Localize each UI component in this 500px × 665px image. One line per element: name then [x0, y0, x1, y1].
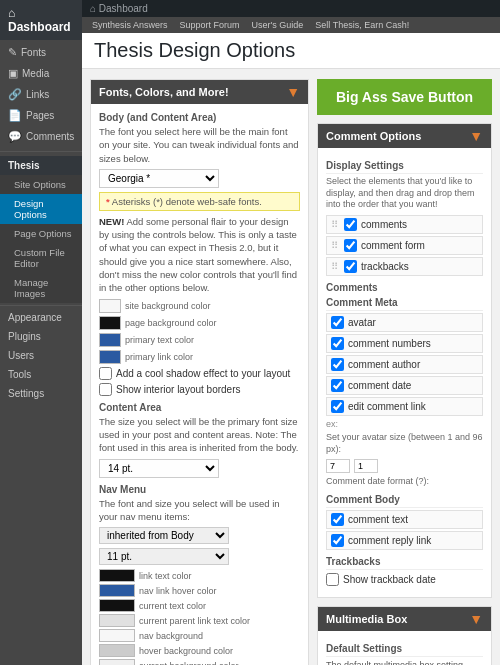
edit-comment-link-checkbox[interactable]: [331, 400, 344, 413]
links-icon: 🔗: [8, 88, 22, 101]
nav-color-bg: nav background: [99, 629, 300, 642]
nav-hover-swatch[interactable]: [99, 584, 135, 597]
nav-color-current-bg: current background color: [99, 659, 300, 665]
sidebar-item-site-options[interactable]: Site Options: [0, 175, 82, 194]
comment-date-format-label: Comment date format (?):: [326, 476, 483, 488]
comment-reply-link-label: comment reply link: [348, 535, 431, 546]
comment-body-label: Comment Body: [326, 494, 483, 508]
avatar-size-unit-input[interactable]: [354, 459, 378, 473]
link-color-swatch[interactable]: [99, 333, 121, 347]
comment-form-display-row: ⠿ comment form: [326, 236, 483, 255]
topbar-home[interactable]: ⌂ Dashboard: [90, 3, 148, 14]
comment-options-toggle[interactable]: ▼: [469, 128, 483, 144]
shadow-checkbox[interactable]: [99, 367, 112, 380]
sidebar-item-design-options[interactable]: Design Options: [0, 194, 82, 224]
support-forum-link[interactable]: Support Forum: [180, 20, 240, 30]
nav-color-current: current text color: [99, 599, 300, 612]
nav-size-select[interactable]: 11 pt.: [99, 548, 229, 565]
comments-display-label: comments: [361, 219, 407, 230]
sidebar-item-media[interactable]: ▣Media: [0, 63, 82, 84]
display-settings-desc: Select the elements that you'd like to d…: [326, 176, 483, 211]
comments-display-checkbox[interactable]: [344, 218, 357, 231]
comment-options-section: Comment Options ▼ Display Settings Selec…: [317, 123, 492, 598]
comment-text-checkbox[interactable]: [331, 513, 344, 526]
text-color-swatch[interactable]: [99, 316, 121, 330]
comment-options-title: Comment Options: [326, 130, 421, 142]
page-title: Thesis Design Options: [94, 39, 488, 62]
primary-link-swatch[interactable]: [99, 350, 121, 364]
content-size-select[interactable]: 14 pt. 12 pt. 16 pt.: [99, 459, 219, 478]
nav-hover-bg-swatch[interactable]: [99, 644, 135, 657]
sidebar-item-comments[interactable]: 💬Comments: [0, 126, 82, 147]
nav-current-parent-swatch[interactable]: [99, 614, 135, 627]
font-select[interactable]: Georgia * Arial Verdana *: [99, 169, 219, 188]
users-guide-link[interactable]: User's Guide: [252, 20, 304, 30]
comment-numbers-checkbox[interactable]: [331, 337, 344, 350]
color-row-text: page background color: [99, 316, 300, 330]
avatar-size-row: [326, 459, 483, 473]
bg-color-swatch[interactable]: [99, 299, 121, 313]
trackbacks-display-label: trackbacks: [361, 261, 409, 272]
comment-author-checkbox[interactable]: [331, 358, 344, 371]
sidebar-item-users[interactable]: Users: [0, 346, 82, 365]
nav-link-swatch[interactable]: [99, 569, 135, 582]
nav-color-link: link text color: [99, 569, 300, 582]
sidebar-item-custom-file-editor[interactable]: Custom File Editor: [0, 243, 82, 273]
sell-thesis-link[interactable]: Sell Thesis, Earn Cash!: [315, 20, 409, 30]
drag-handle-comment-form: ⠿: [331, 240, 338, 251]
synthesis-answers-link[interactable]: Synthesis Answers: [92, 20, 168, 30]
sidebar-item-plugins[interactable]: Plugins: [0, 327, 82, 346]
comment-date-label: comment date: [348, 380, 411, 391]
comment-reply-link-checkbox[interactable]: [331, 534, 344, 547]
meta-extra: ex:: [326, 419, 483, 429]
new-notice: NEW! Add some personal flair to your des…: [99, 215, 300, 295]
content-area: Fonts, Colors, and More! ▼ Body (and Con…: [82, 69, 500, 665]
multimedia-toggle[interactable]: ▼: [469, 611, 483, 627]
multimedia-header: Multimedia Box ▼: [318, 607, 491, 631]
content-area-label: Content Area: [99, 402, 300, 413]
sidebar-item-manage-images[interactable]: Manage Images: [0, 273, 82, 303]
fonts-colors-toggle[interactable]: ▼: [286, 84, 300, 100]
fonts-colors-header: Fonts, Colors, and More! ▼: [91, 80, 308, 104]
sidebar-item-settings[interactable]: Settings: [0, 384, 82, 403]
comment-numbers-row: comment numbers: [326, 334, 483, 353]
nav-bg-swatch[interactable]: [99, 629, 135, 642]
pages-icon: 📄: [8, 109, 22, 122]
avatar-size-label: Set your avatar size (between 1 and 96 p…: [326, 432, 483, 455]
nav-current-swatch[interactable]: [99, 599, 135, 612]
trackbacks-display-checkbox[interactable]: [344, 260, 357, 273]
comment-author-row: comment author: [326, 355, 483, 374]
nav-current-bg-swatch[interactable]: [99, 659, 135, 665]
sidebar-item-pages[interactable]: 📄Pages: [0, 105, 82, 126]
avatar-checkbox[interactable]: [331, 316, 344, 329]
show-trackback-date-checkbox[interactable]: [326, 573, 339, 586]
trackbacks-display-row: ⠿ trackbacks: [326, 257, 483, 276]
sidebar-item-page-options[interactable]: Page Options: [0, 224, 82, 243]
comment-body-section: Comment Body comment text comment reply …: [326, 494, 483, 550]
nav-font-select[interactable]: inherited from Body: [99, 527, 229, 544]
big-save-button[interactable]: Big Ass Save Button: [317, 79, 492, 115]
show-trackback-date-row: Show trackback date: [326, 573, 483, 586]
sidebar-item-fonts[interactable]: ✎Fonts: [0, 42, 82, 63]
avatar-label: avatar: [348, 317, 376, 328]
comments-section-label: Comments: [326, 282, 483, 293]
comment-date-checkbox[interactable]: [331, 379, 344, 392]
borders-checkbox[interactable]: [99, 383, 112, 396]
dashboard-link[interactable]: ⌂ Dashboard: [8, 6, 74, 34]
sidebar-item-links[interactable]: 🔗Links: [0, 84, 82, 105]
nav-menu-desc: The font and size you select will be use…: [99, 497, 300, 524]
shadow-checkbox-row: Add a cool shadow effect to your layout: [99, 367, 300, 380]
comment-meta-label: Comment Meta: [326, 297, 483, 311]
sidebar-item-appearance[interactable]: Appearance: [0, 308, 82, 327]
comment-form-display-checkbox[interactable]: [344, 239, 357, 252]
color-row-bg: site background color: [99, 299, 300, 313]
asterisk-note: * Asterisks (*) denote web-safe fonts.: [99, 192, 300, 211]
avatar-size-input[interactable]: [326, 459, 350, 473]
multimedia-default-desc: The default multimedia box setting appli…: [326, 659, 483, 665]
sidebar-item-tools[interactable]: Tools: [0, 365, 82, 384]
fonts-colors-body: Body (and Content Area) The font you sel…: [91, 104, 308, 665]
comment-options-body: Display Settings Select the elements tha…: [318, 148, 491, 597]
drag-handle-comments: ⠿: [331, 219, 338, 230]
link-color-label: primary text color: [125, 335, 194, 345]
borders-label: Show interior layout borders: [116, 384, 241, 395]
